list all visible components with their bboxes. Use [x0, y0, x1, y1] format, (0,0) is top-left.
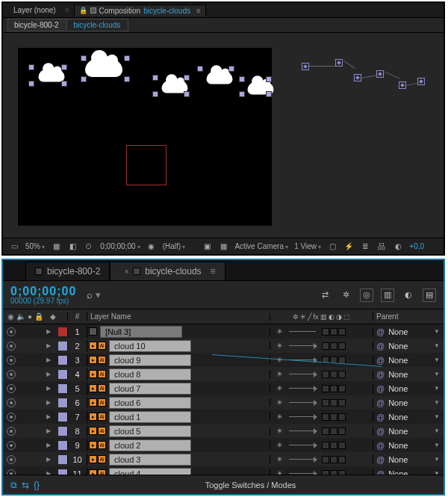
timeline-tab[interactable]: bicycle-800-2: [25, 262, 110, 280]
fx-icon[interactable]: fx: [313, 313, 318, 321]
twirl-icon[interactable]: ▶: [46, 456, 51, 463]
switch-cells[interactable]: [322, 413, 346, 421]
keyframe-node[interactable]: [417, 78, 425, 85]
label-color[interactable]: [58, 441, 67, 450]
switch-cells[interactable]: [322, 428, 346, 435]
comp-tab-menu-icon[interactable]: ≡: [196, 7, 201, 15]
pickwhip-icon[interactable]: @: [376, 356, 385, 365]
pickwhip-icon[interactable]: @: [376, 398, 385, 407]
name-col-header[interactable]: Layer Name: [87, 312, 270, 321]
switch-cells[interactable]: [322, 371, 346, 378]
comp-flowchart-icon[interactable]: ✲: [339, 288, 352, 302]
parent-caret-icon[interactable]: ▼: [434, 399, 440, 406]
layer-name-chip[interactable]: cloud 8: [109, 368, 191, 380]
selection-handle[interactable]: [81, 76, 87, 82]
timecode-field[interactable]: 0;00;00;00: [100, 242, 140, 250]
audio-col-icon[interactable]: 🔈: [16, 312, 25, 321]
visibility-toggle[interactable]: [7, 356, 16, 365]
lock-col-icon[interactable]: 🔒: [34, 312, 43, 321]
visibility-toggle[interactable]: [7, 342, 16, 351]
keyframe-node[interactable]: [302, 63, 309, 70]
parent-caret-icon[interactable]: ▼: [434, 357, 440, 363]
twirl-icon[interactable]: ▶: [46, 442, 51, 448]
collapse-switch[interactable]: ☀: [276, 441, 283, 449]
label-color[interactable]: [58, 413, 67, 422]
pickwhip-icon[interactable]: @: [376, 427, 385, 436]
layer-row[interactable]: ▶ 9 ▸Ai cloud 2 ☀ @ None ▼: [3, 438, 444, 452]
viewer-area[interactable]: [3, 33, 444, 238]
visibility-toggle[interactable]: [7, 370, 16, 379]
comp-canvas[interactable]: [18, 48, 272, 226]
collapse-switch[interactable]: ☀: [276, 413, 283, 421]
tab-menu-icon[interactable]: ≡: [211, 266, 216, 277]
selection-handle[interactable]: [28, 64, 34, 70]
graph-editor-icon[interactable]: ⇄: [318, 288, 332, 302]
visibility-toggle[interactable]: [7, 327, 16, 336]
layer-name-chip[interactable]: cloud 7: [109, 383, 191, 395]
pickwhip-icon[interactable]: @: [376, 469, 385, 475]
timeline-icon[interactable]: ≣: [360, 241, 370, 252]
twirl-icon[interactable]: ▶: [46, 385, 51, 392]
parent-caret-icon[interactable]: ▼: [434, 413, 440, 420]
composition-tab[interactable]: 🔒 Composition bicycle-clouds ≡: [74, 4, 206, 16]
visibility-toggle[interactable]: [7, 441, 16, 450]
switch-cells[interactable]: [322, 385, 346, 392]
timeline-search[interactable]: ⌕▾: [87, 289, 101, 300]
exposure-value[interactable]: +0,0: [409, 242, 424, 250]
visibility-toggle[interactable]: [7, 398, 16, 407]
motion-blur-icon[interactable]: ◐: [402, 288, 415, 302]
adjustment-icon[interactable]: ◑: [336, 313, 342, 321]
solo-col-icon[interactable]: ●: [28, 312, 32, 321]
toggle-pane-icon[interactable]: ⧉: [10, 480, 17, 490]
twirl-icon[interactable]: ▶: [46, 328, 51, 335]
layer-row[interactable]: ▶ 1 [Null 3] ☀ @ None ▼: [3, 324, 444, 339]
collapse-switch[interactable]: ☀: [276, 327, 283, 336]
label-color[interactable]: [58, 398, 67, 407]
pickwhip-icon[interactable]: @: [376, 342, 385, 351]
selection-handle[interactable]: [184, 75, 190, 81]
shy-icon[interactable]: ✲: [293, 313, 299, 321]
quality-switch[interactable]: [289, 445, 316, 445]
layer-row[interactable]: ▶ 3 ▸Ai cloud 9 ☀ @ None ▼: [3, 353, 444, 367]
visibility-toggle[interactable]: [7, 384, 16, 393]
twirl-icon[interactable]: ▶: [46, 428, 51, 434]
collapse-switch[interactable]: ☀: [276, 469, 283, 475]
selection-handle[interactable]: [152, 75, 158, 81]
label-color[interactable]: [58, 370, 67, 379]
layer-row[interactable]: ▶ 4 ▸Ai cloud 8 ☀ @ None ▼: [3, 367, 444, 381]
zoom-dropdown[interactable]: 50%: [25, 242, 45, 250]
brackets-icon[interactable]: {}: [34, 480, 40, 490]
quality-switch[interactable]: [289, 388, 316, 389]
layer-name-chip[interactable]: cloud 10: [109, 340, 191, 352]
flowchart-icon[interactable]: 品: [376, 241, 387, 252]
motionblur-icon[interactable]: ◐: [329, 313, 335, 321]
collapse-switch[interactable]: ☀: [276, 398, 283, 407]
parent-caret-icon[interactable]: ▼: [434, 342, 440, 349]
parent-value[interactable]: None: [388, 455, 408, 464]
collapse-switch[interactable]: ☀: [276, 342, 283, 350]
quality-switch[interactable]: [289, 430, 316, 431]
crumb-current[interactable]: bicycle-clouds: [66, 19, 128, 31]
collapse-icon[interactable]: ✳: [300, 313, 306, 321]
switch-cells[interactable]: [322, 442, 346, 449]
tab-close-icon[interactable]: ×: [124, 268, 128, 276]
collapse-switch[interactable]: ☀: [276, 455, 283, 463]
parent-caret-icon[interactable]: ▼: [434, 385, 440, 392]
resolution-grid-icon[interactable]: ▦: [51, 241, 61, 252]
selection-handle[interactable]: [197, 66, 203, 72]
visibility-toggle[interactable]: [7, 413, 16, 422]
parent-value[interactable]: None: [388, 356, 408, 365]
parent-caret-icon[interactable]: ▼: [434, 456, 440, 463]
camera-dropdown[interactable]: Active Camera: [234, 242, 288, 250]
visibility-toggle[interactable]: [7, 455, 16, 464]
parent-value[interactable]: None: [388, 398, 408, 407]
3d-icon[interactable]: ⬚: [343, 313, 350, 321]
keyframe-node[interactable]: [399, 81, 406, 89]
label-color[interactable]: [58, 455, 67, 464]
layer-row[interactable]: ▶ 10 ▸Ai cloud 3 ☀ @ None ▼: [3, 452, 444, 466]
collapse-switch[interactable]: ☀: [276, 370, 283, 378]
timeline-tab-active[interactable]: × bicycle-clouds ≡: [110, 262, 225, 280]
selection-handle[interactable]: [28, 81, 34, 87]
pickwhip-icon[interactable]: @: [376, 455, 385, 464]
tab-close-icon[interactable]: ×: [65, 6, 69, 14]
